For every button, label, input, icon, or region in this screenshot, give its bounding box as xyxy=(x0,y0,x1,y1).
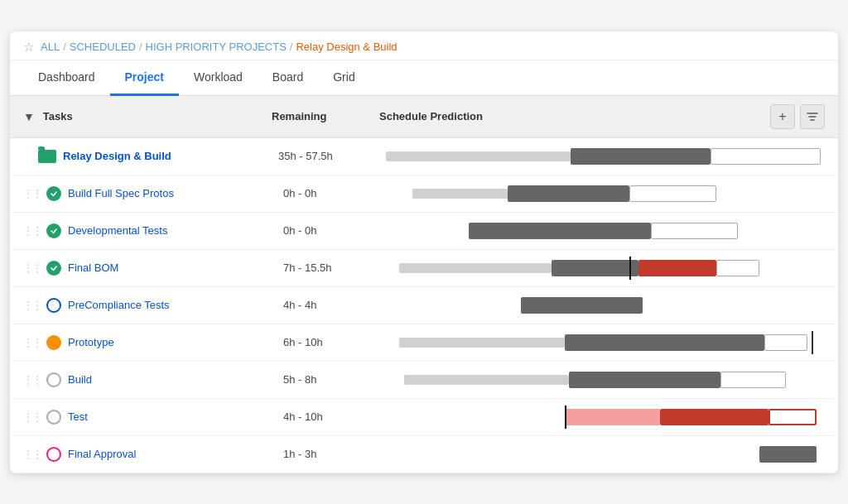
deadline-marker xyxy=(629,257,631,280)
task-bar-container xyxy=(391,294,825,317)
task-name[interactable]: Relay Design & Build xyxy=(63,150,278,162)
breadcrumb: ☆ ALL / SCHEDULED / HIGH PRIORITY PROJEC… xyxy=(10,31,838,60)
task-remaining: 0h - 0h xyxy=(283,187,391,199)
task-status-icon xyxy=(46,298,61,313)
drag-handle[interactable]: ⋮⋮ xyxy=(23,374,41,386)
task-remaining: 35h - 57.5h xyxy=(278,150,386,162)
task-name[interactable]: Test xyxy=(68,410,283,423)
task-status-icon xyxy=(46,261,61,276)
schedule-bar xyxy=(391,409,825,425)
nav-tabs: Dashboard Project Workload Board Grid xyxy=(10,60,838,96)
task-status-icon xyxy=(46,335,61,350)
tab-grid[interactable]: Grid xyxy=(318,60,369,96)
task-remaining: 5h - 8h xyxy=(283,373,391,386)
tab-dashboard[interactable]: Dashboard xyxy=(23,60,110,96)
task-remaining: 7h - 15.5h xyxy=(283,262,391,274)
tab-workload[interactable]: Workload xyxy=(179,60,258,96)
task-name[interactable]: Developmental Tests xyxy=(68,224,283,237)
task-remaining: 6h - 10h xyxy=(283,336,391,348)
task-status-icon xyxy=(46,223,61,238)
task-remaining: 4h - 10h xyxy=(283,410,391,423)
schedule-bar xyxy=(391,260,825,276)
task-name[interactable]: Final BOM xyxy=(68,262,283,274)
task-status-icon xyxy=(46,372,61,387)
task-name[interactable]: Prototype xyxy=(68,336,283,348)
header-actions: + xyxy=(770,104,825,129)
breadcrumb-all[interactable]: ALL xyxy=(41,41,60,53)
col-schedule-header: Schedule Prediction xyxy=(379,110,770,122)
task-name[interactable]: Build xyxy=(68,373,283,386)
schedule-bar xyxy=(391,185,825,202)
star-icon[interactable]: ☆ xyxy=(23,40,34,55)
task-name[interactable]: Final Approval xyxy=(68,448,283,460)
table-row: ⋮⋮ Final BOM 7h - 15.5h xyxy=(10,250,838,287)
table-row: ⋮⋮ Prototype 6h - 10h xyxy=(10,324,838,362)
task-bar-container xyxy=(391,257,825,280)
task-remaining: 1h - 3h xyxy=(283,448,391,460)
task-status-icon xyxy=(46,447,61,462)
schedule-bar xyxy=(391,334,825,351)
table-header: ▼ Tasks Remaining Schedule Prediction + xyxy=(10,96,838,138)
task-remaining: 0h - 0h xyxy=(283,224,391,237)
table-row: ⋮⋮ Final Approval 1h - 3h xyxy=(10,436,838,473)
task-status-icon xyxy=(46,410,61,425)
schedule-bar xyxy=(386,148,825,165)
col-remaining-header: Remaining xyxy=(272,110,379,122)
task-bar-container xyxy=(391,331,825,354)
breadcrumb-scheduled[interactable]: SCHEDULED xyxy=(70,41,136,53)
task-remaining: 4h - 4h xyxy=(283,299,391,311)
task-status-icon xyxy=(46,186,61,201)
collapse-icon[interactable]: ▼ xyxy=(23,110,35,123)
schedule-bar xyxy=(391,446,825,463)
tab-board[interactable]: Board xyxy=(258,60,318,96)
add-task-button[interactable]: + xyxy=(770,104,795,129)
table-row: ⋮⋮ Test 4h - 10h xyxy=(10,399,838,436)
drag-handle[interactable]: ⋮⋮ xyxy=(23,262,41,274)
drag-handle[interactable]: ⋮⋮ xyxy=(23,411,41,423)
task-bar-container xyxy=(391,368,825,391)
task-bar-container xyxy=(391,443,825,466)
breadcrumb-high-priority[interactable]: HIGH PRIORITY PROJECTS xyxy=(146,41,287,53)
drag-handle[interactable]: ⋮⋮ xyxy=(23,188,41,199)
schedule-bar xyxy=(391,223,825,239)
table-row: ⋮⋮ Developmental Tests 0h - 0h xyxy=(10,213,838,250)
filter-icon xyxy=(807,111,818,122)
drag-handle[interactable]: ⋮⋮ xyxy=(23,337,41,348)
deadline-marker xyxy=(565,406,566,429)
folder-icon xyxy=(38,150,56,163)
end-marker xyxy=(812,331,813,354)
schedule-bar xyxy=(391,297,825,314)
task-name[interactable]: PreCompliance Tests xyxy=(68,299,283,311)
task-name[interactable]: Build Full Spec Protos xyxy=(68,187,283,199)
drag-handle[interactable]: ⋮⋮ xyxy=(23,300,41,311)
table-row: Relay Design & Build 35h - 57.5h xyxy=(10,138,838,175)
task-rows: Relay Design & Build 35h - 57.5h ⋮⋮ Buil… xyxy=(10,138,838,473)
table-row: ⋮⋮ PreCompliance Tests 4h - 4h xyxy=(10,287,838,324)
table-row: ⋮⋮ Build Full Spec Protos 0h - 0h xyxy=(10,175,838,213)
task-bar-container xyxy=(391,182,825,205)
task-bar-container xyxy=(391,406,825,429)
task-bar-container xyxy=(386,145,825,168)
breadcrumb-relay[interactable]: Relay Design & Build xyxy=(296,41,397,53)
schedule-bar xyxy=(391,372,825,388)
task-bar-container xyxy=(391,219,825,242)
drag-handle[interactable]: ⋮⋮ xyxy=(23,449,41,460)
tab-project[interactable]: Project xyxy=(110,60,179,96)
col-tasks-header: ▼ Tasks xyxy=(23,110,272,123)
table-row: ⋮⋮ Build 5h - 8h xyxy=(10,362,838,399)
filter-button[interactable] xyxy=(800,104,825,129)
main-container: ☆ ALL / SCHEDULED / HIGH PRIORITY PROJEC… xyxy=(10,31,838,473)
drag-handle[interactable]: ⋮⋮ xyxy=(23,225,41,237)
